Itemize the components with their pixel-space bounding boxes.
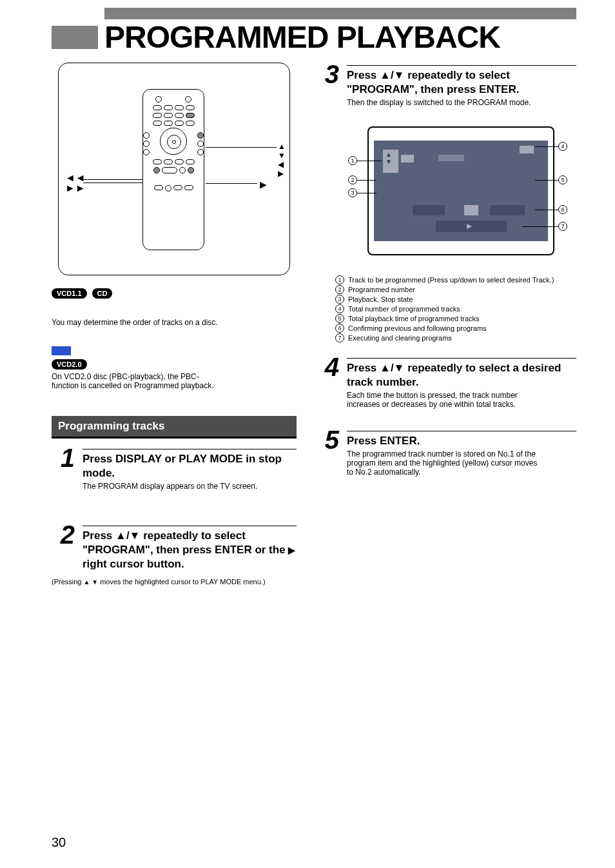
disc-badges: VCD1.1 CD xyxy=(52,288,297,299)
remote-body xyxy=(142,89,204,250)
step-5-note: The programmed track number is stored on… xyxy=(347,449,576,477)
step-5-number: 5 xyxy=(316,428,339,451)
legend-6: Confirming previous and following progra… xyxy=(348,324,487,332)
step-3-note: Then the display is switched to the PROG… xyxy=(347,98,576,107)
legend-1: Track to be programmed (Press up/down to… xyxy=(348,276,554,284)
step-5-text: Press ENTER. xyxy=(347,434,576,448)
badge-caption: You may determine the order of tracks on… xyxy=(52,318,297,327)
step-1: 1 Press DISPLAY or PLAY MODE in stop mod… xyxy=(52,446,297,491)
programming-heading: Programming tracks xyxy=(52,416,297,439)
skip-icons-label: ◄◄►► xyxy=(65,173,86,193)
step-3-number: 3 xyxy=(316,63,339,86)
step-3: 3 Press / repeatedly to select "PROGRAM"… xyxy=(316,63,576,107)
step-4-note: Each time the button is pressed, the tra… xyxy=(347,391,576,409)
diagram-legend: 1Track to be programmed (Press up/down t… xyxy=(335,275,576,342)
step-1-text: Press DISPLAY or PLAY MODE in stop mode. xyxy=(83,452,297,480)
badge-vcd20: VCD2.0 xyxy=(52,359,87,370)
step-4: 4 Press / repeatedly to select a desired… xyxy=(316,355,576,409)
step-3-text: Press / repeatedly to select "PROGRAM", … xyxy=(347,68,576,97)
step-2: 2 Press / repeatedly to select "PROGRAM"… xyxy=(52,523,297,571)
page-title: PROGRAMMED PLAYBACK xyxy=(104,19,576,55)
page-number: 30 xyxy=(52,835,66,850)
legend-3: Playback, Stop state xyxy=(348,295,413,303)
remote-dpad xyxy=(160,128,187,155)
header-accent-block xyxy=(52,26,98,49)
legend-5: Total playback time of programmed tracks xyxy=(348,315,480,322)
header-accent-line xyxy=(104,8,576,19)
step-5: 5 Press ENTER. The programmed track numb… xyxy=(316,428,576,477)
legend-4: Total number of programmed tracks xyxy=(348,305,460,313)
legend-7: Executing and clearing programs xyxy=(348,334,452,342)
step-2-text: Press / repeatedly to select "PROGRAM", … xyxy=(83,529,297,571)
play-label: ▶ xyxy=(260,179,267,190)
step-2-footnote: (Pressing ▲ ▼ moves the highlighted curs… xyxy=(52,578,297,586)
step-1-note: The PROGRAM display appears on the TV sc… xyxy=(83,482,297,491)
badge-vcd11: VCD1.1 xyxy=(52,288,87,299)
legend-2: Programmed number xyxy=(348,286,415,293)
step-1-number: 1 xyxy=(52,446,75,469)
header-bar: PROGRAMMED PLAYBACK xyxy=(52,19,576,55)
step-2-number: 2 xyxy=(52,523,75,546)
badge-cd: CD xyxy=(92,288,113,299)
arrows-label: ▲ ▼ ◀ ▶ xyxy=(278,142,289,178)
program-screen-diagram: ▲▼ ▶ 1 2 3 4 5 6 7 xyxy=(348,126,567,268)
blue-accent xyxy=(52,346,71,355)
step-4-number: 4 xyxy=(316,355,339,379)
remote-illustration: ◄◄►► ▲ ▼ ◀ ▶ ▶ xyxy=(58,63,290,275)
step-4-text: Press / repeatedly to select a desired t… xyxy=(347,361,576,390)
vcd20-note: On VCD2.0 disc (PBC-playback), the PBC- … xyxy=(52,372,297,390)
